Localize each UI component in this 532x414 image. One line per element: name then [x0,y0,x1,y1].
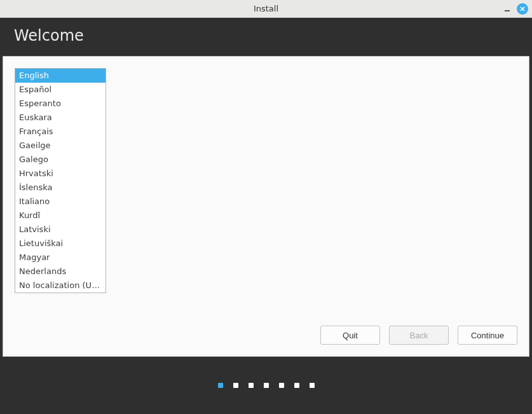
button-row: Quit Back Continue [320,326,517,345]
progress-dot [218,383,223,388]
window-controls [501,0,528,17]
minimize-icon [503,5,511,13]
page-title: Welcome [14,27,518,45]
language-listbox[interactable]: EnglishEspañolEsperantoEuskaraFrançaisGa… [15,68,106,293]
language-item[interactable]: Gaeilge [15,139,106,153]
language-item[interactable]: Hrvatski [15,167,106,181]
language-item[interactable]: No localization (UTF-8) [15,279,106,293]
progress-dot [294,383,299,388]
titlebar: Install [0,0,532,18]
language-item[interactable]: Esperanto [15,97,106,111]
minimize-button[interactable] [501,3,513,15]
progress-bar [0,357,532,414]
close-icon [519,6,526,12]
progress-dot [233,383,238,388]
back-button: Back [389,326,449,345]
window-title: Install [0,4,532,13]
close-button[interactable] [517,3,528,15]
progress-dot [310,383,315,388]
language-item[interactable]: English [15,69,106,83]
progress-dot [279,383,284,388]
language-item[interactable]: Nederlands [15,265,106,279]
quit-button[interactable]: Quit [320,326,380,345]
language-item[interactable]: Íslenska [15,181,106,195]
window: Install Welcome EnglishEspañolEsperantoE… [0,0,532,414]
language-item[interactable]: Lietuviškai [15,237,106,251]
app-area: Welcome EnglishEspañolEsperantoEuskaraFr… [0,18,532,414]
language-item[interactable]: Euskara [15,111,106,125]
language-item[interactable]: Magyar [15,251,106,265]
continue-button[interactable]: Continue [458,326,517,345]
progress-dot [249,383,254,388]
language-item[interactable]: Italiano [15,195,106,209]
language-item[interactable]: Español [15,83,106,97]
progress-dots [218,383,315,388]
progress-dot [264,383,269,388]
language-item[interactable]: Latviski [15,223,106,237]
language-item[interactable]: Galego [15,153,106,167]
language-item[interactable]: Français [15,125,106,139]
page-body: EnglishEspañolEsperantoEuskaraFrançaisGa… [3,56,529,357]
page-header: Welcome [0,18,532,56]
language-item[interactable]: Kurdî [15,209,106,223]
